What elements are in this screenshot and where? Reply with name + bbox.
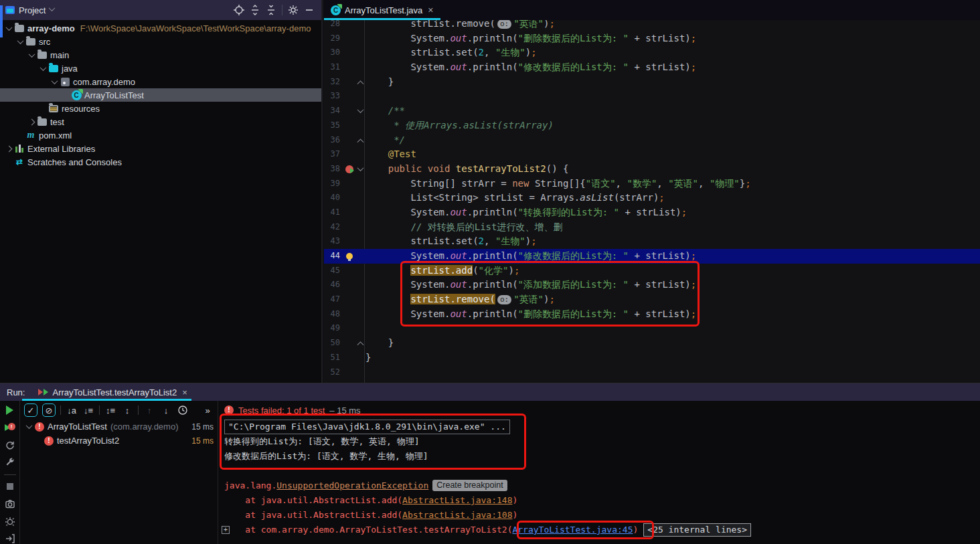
chevron-down-icon[interactable] (39, 64, 46, 71)
code-line-40[interactable]: 40 List<String> strList = Arrays.asList(… (324, 191, 980, 205)
console-line[interactable]: 转换得到的List为: [语文, 数学, 英语, 物理] (224, 434, 980, 449)
console-line[interactable]: + at com.array.demo.ArrayToListTest.test… (224, 523, 980, 537)
sort-alphabetically-button[interactable]: ↓a (66, 404, 78, 416)
console-line[interactable]: at java.util.AbstractList.add(AbstractLi… (224, 508, 980, 523)
code-line-39[interactable]: 39 String[] strArr = new String[]{"语文", … (324, 177, 980, 191)
code-line-45[interactable]: 45 strList.add("化学"); (324, 264, 980, 278)
stop-button[interactable] (4, 481, 16, 492)
code-line-50[interactable]: 50 } (324, 336, 980, 351)
test-settings-wrench-button[interactable] (4, 457, 16, 468)
code-line-28[interactable]: 28 strList.remove(o:"英语"); (324, 20, 980, 31)
code-line-43[interactable]: 43 strList.set(2, "生物"); (324, 234, 980, 249)
code-line-48[interactable]: 48 System.out.println("删除数据后的List为: " + … (324, 307, 980, 322)
run-tab-test[interactable]: ArrayToListTest.testArrayToList2 × (31, 383, 193, 401)
collapse-all-button[interactable] (264, 3, 278, 17)
project-tree-item-main[interactable]: main (0, 48, 321, 62)
project-tree-item-src[interactable]: src (0, 35, 321, 48)
run-tab-close-icon[interactable]: × (182, 387, 187, 397)
fold-marker[interactable] (356, 75, 365, 90)
code-line-42[interactable]: 42 // 对转换后的List进行改、增、删 (324, 220, 980, 235)
project-tree-item-external-libraries[interactable]: External Libraries (0, 142, 321, 155)
code-line-36[interactable]: 36 */ (324, 133, 980, 148)
code-line-38[interactable]: 38 public void testArrayToList2() { (324, 162, 980, 177)
console-line[interactable]: "C:\Program Files\Java\jdk1.8.0_291\bin\… (224, 420, 980, 434)
fold-marker[interactable] (356, 133, 365, 148)
console-line[interactable] (224, 464, 980, 478)
code-line-49[interactable]: 49 (324, 321, 980, 336)
code-line-33[interactable]: 33 (324, 89, 980, 104)
test-tree-item-testarraytolist2[interactable]: !testArrayToList215 ms (20, 434, 218, 448)
project-tree-item-array-demo[interactable]: array-demoF:\WorkSpace\JavaWorkSpace\Tes… (0, 21, 321, 35)
expand-all-button[interactable] (248, 3, 262, 17)
project-tree-item-com-array-demo[interactable]: com.array.demo (0, 75, 321, 88)
chevron-down-icon[interactable] (17, 37, 23, 44)
expand-all-button[interactable]: ↕≡ (104, 404, 116, 416)
rerun-failed-tests-button[interactable]: ! (4, 422, 16, 434)
code-line-46[interactable]: 46 System.out.println("添加数据后的List为: " + … (324, 278, 980, 292)
project-panel-title[interactable]: Project (19, 5, 46, 15)
show-passed-button[interactable]: ✓ (24, 403, 37, 417)
settings-button[interactable] (287, 3, 300, 17)
chevron-down-icon[interactable] (51, 78, 58, 84)
project-tree-item-test[interactable]: test (0, 115, 321, 128)
fold-marker[interactable] (356, 104, 365, 118)
console-line[interactable]: 修改数据后的List为: [语文, 数学, 生物, 物理] (224, 449, 980, 464)
code-line-44[interactable]: 44 System.out.println("修改数据后的List为: " + … (324, 249, 980, 264)
code-line-52[interactable]: 52 (324, 365, 980, 380)
editor-tab-arraytolisttest[interactable]: C ArrayToListTest.java × (324, 0, 440, 20)
more-button[interactable]: » (201, 404, 214, 416)
stack-link-user-code[interactable]: ArrayToListTest.java:45 (512, 525, 633, 535)
chevron-right-icon[interactable] (28, 118, 35, 125)
show-ignored-button[interactable]: ⊘ (42, 403, 56, 417)
code-line-37[interactable]: 37 @Test (324, 147, 980, 162)
import-test-results-button[interactable] (4, 533, 16, 544)
code-line-31[interactable]: 31 System.out.println("修改数据后的List为: " + … (324, 60, 980, 75)
code-line-29[interactable]: 29 System.out.println("删除数据后的List为: " + … (324, 31, 980, 46)
rerun-button[interactable] (4, 405, 16, 416)
test-history-button[interactable] (177, 404, 189, 416)
console-line[interactable]: at java.util.AbstractList.add(AbstractLi… (224, 493, 980, 508)
intention-bulb-icon[interactable] (346, 253, 353, 260)
tab-close-icon[interactable]: × (428, 5, 433, 15)
code-area[interactable]: 28 strList.remove(o:"英语");29 System.out.… (324, 20, 980, 383)
create-breakpoint-badge[interactable]: Create breakpoint (432, 480, 507, 491)
project-tree-item-resources[interactable]: resources (0, 102, 321, 115)
code-line-30[interactable]: 30 strList.set(2, "生物"); (324, 46, 980, 60)
code-line-51[interactable]: 51} (324, 351, 980, 365)
code-line-32[interactable]: 32 } (324, 75, 980, 90)
thread-snapshot-button[interactable] (4, 498, 16, 509)
project-tree-item-pom-xml[interactable]: mpom.xml (0, 128, 321, 142)
locate-button[interactable] (232, 3, 246, 17)
console-text[interactable]: UnsupportedOperationException (276, 480, 428, 490)
sort-by-duration-button[interactable]: ↓≡ (82, 404, 94, 416)
stack-link[interactable]: AbstractList.java:108 (402, 510, 512, 520)
run-test-failed-icon[interactable] (345, 165, 353, 173)
fold-marker[interactable] (356, 162, 365, 177)
project-tree-item-java[interactable]: java (0, 62, 321, 75)
toggle-auto-test-button[interactable] (4, 440, 16, 451)
console-line[interactable]: java.lang.UnsupportedOperationExceptionC… (224, 478, 980, 493)
code-line-35[interactable]: 35 * 使用Arrays.asList(strArray) (324, 118, 980, 133)
project-dropdown-chevron-icon[interactable] (49, 5, 56, 11)
line-number: 51 (324, 351, 340, 365)
project-tree-item-scratches-and-consoles[interactable]: ⇄Scratches and Consoles (0, 155, 321, 169)
internal-lines-badge[interactable]: <25 internal lines> (643, 523, 751, 537)
hide-button[interactable] (303, 3, 316, 17)
code-line-41[interactable]: 41 System.out.println("转换得到的List为: " + s… (324, 205, 980, 220)
chevron-right-icon[interactable] (5, 145, 12, 152)
chevron-down-icon[interactable] (28, 51, 35, 58)
project-tree-item-arraytolisttest[interactable]: CArrayToListTest (0, 88, 321, 102)
test-tree-item-arraytolisttest[interactable]: !ArrayToListTest(com.array.demo)15 ms (20, 420, 218, 434)
stack-link[interactable]: AbstractList.java:148 (402, 495, 512, 505)
chevron-down-icon[interactable] (5, 24, 12, 31)
collapse-all-button[interactable]: ↕ (121, 404, 133, 416)
previous-failed-test-button[interactable]: ↑ (143, 404, 155, 416)
run-console[interactable]: ! Tests failed: 1 of 1 test – 15 ms "C:\… (219, 401, 980, 544)
stack-fold-expand-icon[interactable]: + (222, 526, 230, 534)
coverage-button[interactable] (4, 515, 16, 527)
code-line-47[interactable]: 47 strList.remove(o:"英语"); (324, 292, 980, 307)
fold-marker[interactable] (356, 336, 365, 351)
next-failed-test-button[interactable]: ↓ (160, 404, 172, 416)
chevron-down-icon[interactable] (26, 422, 33, 429)
code-line-34[interactable]: 34 /** (324, 104, 980, 118)
